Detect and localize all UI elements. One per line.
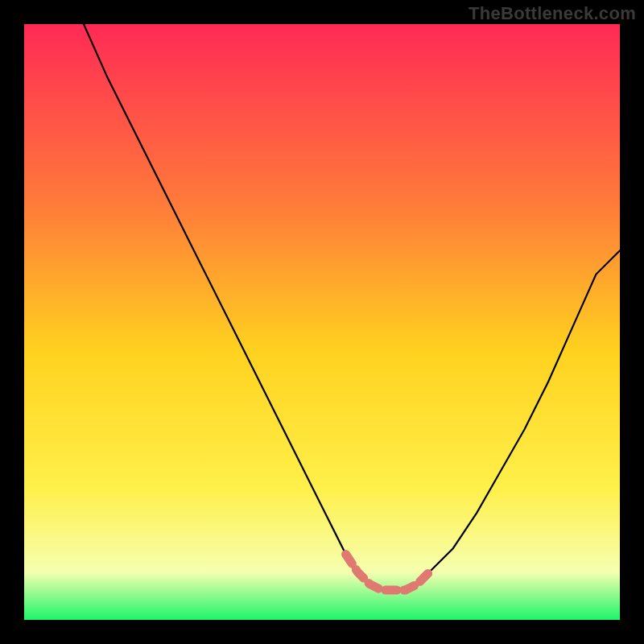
chart-frame: TheBottleneck.com — [0, 0, 644, 644]
bottleneck-chart — [24, 24, 620, 620]
watermark-text: TheBottleneck.com — [469, 3, 636, 24]
plot-area — [24, 24, 620, 620]
gradient-background — [24, 24, 620, 620]
